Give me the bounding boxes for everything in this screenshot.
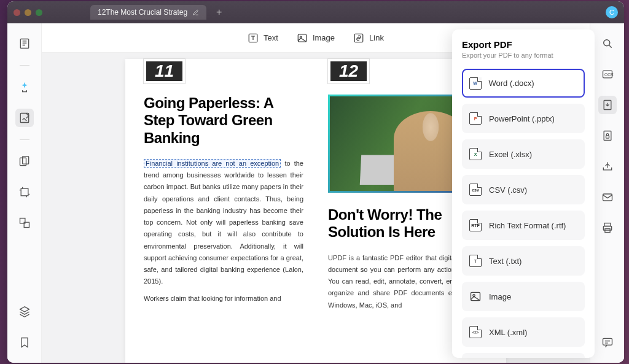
highlighter-tool[interactable] (15, 78, 34, 96)
layers-tool[interactable] (15, 303, 34, 321)
protect-tool[interactable] (598, 126, 617, 145)
left-toolbar (7, 23, 42, 363)
svg-rect-17 (603, 194, 612, 201)
export-tool[interactable] (598, 96, 617, 114)
svg-rect-16 (606, 136, 609, 138)
svg-rect-18 (604, 223, 611, 227)
print-tool[interactable] (598, 219, 617, 237)
minimize-window-button[interactable] (25, 9, 31, 16)
export-option-powerpoint[interactable]: PPowerPoint (.pptx) (462, 104, 585, 133)
text-icon (248, 33, 259, 44)
export-option-image[interactable]: Image (462, 282, 585, 311)
export-panel: Export PDF Export your PDF to any format… (452, 29, 595, 358)
titlebar: 12The Most Crucial Strateg + C (7, 1, 624, 23)
export-option-csv[interactable]: csvCSV (.csv) (462, 175, 585, 204)
page-column-left: 11 Going Paperless: A Step Toward Green … (144, 59, 303, 350)
csv-file-icon: csv (469, 184, 482, 196)
close-window-button[interactable] (14, 9, 20, 16)
svg-rect-10 (354, 34, 363, 42)
right-toolbar: OCR (590, 23, 624, 363)
reader-tool[interactable] (15, 34, 34, 53)
document-page: 11 Going Paperless: A Step Toward Green … (125, 59, 506, 363)
export-title: Export PDF (462, 39, 585, 50)
bookmark-tool[interactable] (15, 333, 34, 352)
body-text[interactable]: Financial institutions are not an except… (144, 158, 303, 288)
svg-text:OCR: OCR (604, 72, 614, 77)
export-subtitle: Export your PDF to any format (462, 52, 585, 59)
document-tab[interactable]: 12The Most Crucial Strateg (90, 5, 206, 20)
ocr-tool[interactable]: OCR (598, 65, 617, 83)
edit-tool[interactable] (15, 109, 34, 127)
svg-rect-4 (21, 188, 28, 196)
app-window: 12The Most Crucial Strateg + C Text (7, 1, 624, 363)
window-controls (14, 9, 42, 16)
powerpoint-file-icon: P (469, 112, 482, 125)
organize-tool[interactable] (15, 152, 34, 171)
share-tool[interactable] (598, 157, 617, 176)
rtf-file-icon: RTF (469, 219, 482, 231)
edit-tab-icon (192, 9, 199, 16)
maximize-window-button[interactable] (36, 9, 42, 16)
body-text[interactable]: Workers claim that looking for informati… (144, 293, 303, 304)
comment-tool[interactable] (598, 333, 617, 352)
image-file-icon (469, 290, 482, 303)
link-icon (353, 33, 364, 44)
email-tool[interactable] (598, 188, 617, 206)
xml-file-icon: </> (469, 326, 482, 338)
new-tab-button[interactable]: + (216, 7, 222, 18)
image-icon (297, 33, 308, 44)
text-file-icon: T (469, 255, 482, 267)
section-heading[interactable]: Going Paperless: A Step Toward Green Ban… (144, 95, 303, 147)
word-file-icon: W (469, 77, 482, 90)
section-number: 12 (328, 59, 369, 83)
insert-text-button[interactable]: Text (248, 33, 278, 44)
export-option-word[interactable]: WWord (.docx) (462, 69, 585, 98)
user-avatar[interactable]: C (606, 6, 618, 18)
export-option-text[interactable]: TText (.txt) (462, 246, 585, 276)
tab-title: 12The Most Crucial Strateg (98, 8, 187, 17)
insert-image-button[interactable]: Image (297, 33, 335, 44)
svg-rect-0 (20, 39, 28, 48)
svg-point-11 (603, 40, 609, 46)
svg-rect-21 (603, 338, 612, 345)
insert-link-button[interactable]: Link (353, 33, 384, 44)
export-option-html[interactable]: HHTML (.htm) (462, 353, 585, 358)
export-option-xml[interactable]: </>XML (.xml) (462, 317, 585, 347)
excel-file-icon: X (469, 148, 482, 160)
crop-tool[interactable] (15, 183, 34, 201)
compare-tool[interactable] (15, 214, 34, 232)
export-option-excel[interactable]: XExcel (.xlsx) (462, 139, 585, 169)
section-number: 11 (144, 59, 185, 83)
export-option-rtf[interactable]: RTFRich Text Format (.rtf) (462, 211, 585, 240)
search-tool[interactable] (598, 34, 617, 53)
highlighted-text: Financial institutions are not an except… (144, 159, 281, 168)
